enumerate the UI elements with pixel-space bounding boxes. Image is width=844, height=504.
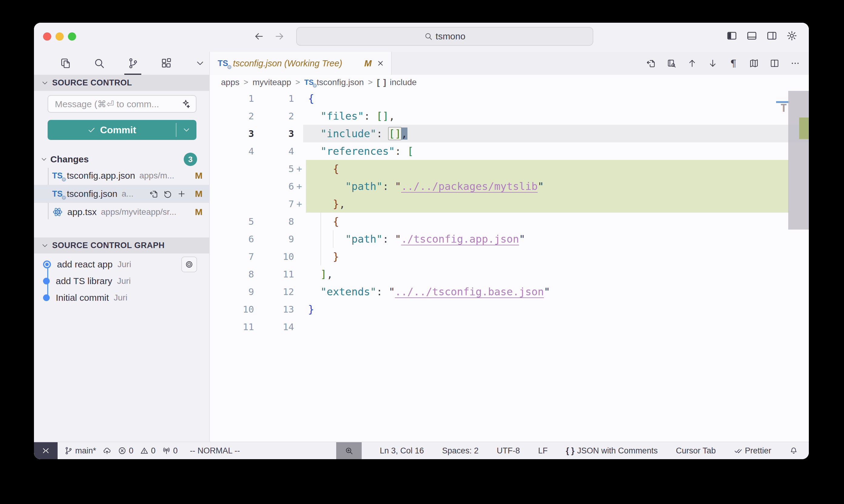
close-icon[interactable] <box>377 59 384 67</box>
stage-icon[interactable] <box>177 189 186 198</box>
map-icon[interactable] <box>748 57 760 70</box>
activity-item-extensions[interactable] <box>158 54 175 73</box>
code-editor[interactable]: 11{22 "files": [],33 "include": [],44 "r… <box>210 90 809 442</box>
ports-count[interactable]: 0 <box>162 446 178 455</box>
eol[interactable]: LF <box>538 446 548 455</box>
braces-icon: { } <box>566 446 574 455</box>
code-line[interactable]: 58 { <box>210 213 809 230</box>
commit-button[interactable]: Commit <box>48 120 196 140</box>
cursor-position[interactable]: Ln 3, Col 16 <box>380 446 424 455</box>
code-token: , <box>339 198 345 210</box>
zoom-indicator[interactable] <box>336 442 362 459</box>
breadcrumb-item-apps[interactable]: apps <box>221 77 240 87</box>
previous-change-icon[interactable] <box>686 57 698 70</box>
commit-row[interactable]: add TS libraryJuri <box>34 273 209 289</box>
warnings-count[interactable]: 0 <box>140 446 156 455</box>
language-mode[interactable]: { }JSON with Comments <box>566 446 657 455</box>
react-icon <box>52 206 63 217</box>
vim-mode[interactable]: -- NORMAL -- <box>190 446 240 455</box>
source-control-header[interactable]: SOURCE CONTROL <box>34 75 209 91</box>
activity-item-more-views[interactable] <box>191 54 209 73</box>
file-link[interactable]: ./tsconfig.app.json <box>401 233 519 245</box>
code-line[interactable]: 5+ { <box>210 160 809 178</box>
vertical-scrollbar[interactable] <box>788 91 809 230</box>
title-bar: tsmono <box>34 23 809 52</box>
command-center-search[interactable]: tsmono <box>296 27 593 46</box>
source-control-graph-header[interactable]: SOURCE CONTROL GRAPH <box>34 237 209 253</box>
activity-item-search[interactable] <box>90 54 108 73</box>
toggle-secondary-sidebar-icon[interactable] <box>766 29 778 43</box>
changed-file-row[interactable]: TS⚙tsconfig.app.jsonapps/m...M <box>34 167 209 185</box>
activity-item-explorer[interactable] <box>56 54 74 73</box>
commit-row[interactable]: add react appJuri <box>34 256 209 273</box>
settings-gear-icon[interactable] <box>786 29 798 43</box>
code-token <box>308 180 345 192</box>
cursor-tab[interactable]: Cursor Tab <box>676 446 716 455</box>
tab-tsconfig-working-tree[interactable]: TS⚙ tsconfig.json (Working Tree) M <box>210 52 392 75</box>
remote-indicator[interactable] <box>34 442 57 459</box>
goto-current-commit-button[interactable] <box>181 256 197 272</box>
code-token <box>308 286 321 298</box>
added-line-highlight <box>306 195 789 213</box>
publish-changes[interactable] <box>103 447 111 455</box>
back-arrow-icon[interactable] <box>253 30 265 43</box>
modified-badge: M <box>190 189 203 199</box>
code-line[interactable]: 22 "files": [], <box>210 107 809 125</box>
notifications-bell[interactable] <box>789 447 798 455</box>
code-line[interactable]: 69 "path": "./tsconfig.app.json" <box>210 230 809 248</box>
breadcrumb-label: include <box>390 77 417 87</box>
code-line[interactable]: 1114 <box>210 318 809 336</box>
discard-icon[interactable] <box>163 189 172 198</box>
code-line[interactable]: 11{ <box>210 90 809 107</box>
sparkle-icon[interactable] <box>181 99 190 109</box>
code-line[interactable]: 912 "extends": "../../tsconfig.base.json… <box>210 283 809 301</box>
toggle-panel-icon[interactable] <box>746 29 758 43</box>
commit-message-input[interactable]: Message (⌘⏎ to comm... <box>48 95 196 113</box>
code-line[interactable]: 33 "include": [], <box>210 125 809 142</box>
indentation[interactable]: Spaces: 2 <box>442 446 478 455</box>
commit-dropdown-button[interactable] <box>176 120 196 140</box>
toggle-primary-sidebar-icon[interactable] <box>726 29 738 43</box>
changed-file-row[interactable]: app.tsxapps/myviteapp/sr...M <box>34 203 209 221</box>
code-line[interactable]: 7+ }, <box>210 195 809 213</box>
close-window-button[interactable] <box>43 32 51 41</box>
render-whitespace-icon[interactable]: ¶ <box>728 57 739 70</box>
errors-count[interactable]: 0 <box>118 446 133 455</box>
breadcrumb-item-include[interactable]: [ ]include <box>377 77 416 87</box>
commit-row[interactable]: Initial commitJuri <box>34 289 209 306</box>
changed-file-row[interactable]: TS⚙tsconfig.jsona...M <box>34 185 209 203</box>
breadcrumb-item-myviteapp[interactable]: myviteapp <box>253 77 291 87</box>
changes-section-header[interactable]: Changes 3 <box>34 152 209 167</box>
next-change-icon[interactable] <box>707 57 719 70</box>
code-line[interactable]: 811 ], <box>210 265 809 283</box>
code-token: "files" <box>321 110 364 122</box>
maximize-window-button[interactable] <box>68 32 76 41</box>
code-token: { <box>308 92 314 105</box>
code-line[interactable]: 6+ "path": "../../packages/mytslib" <box>210 178 809 195</box>
encoding[interactable]: UTF-8 <box>497 446 520 455</box>
file-link[interactable]: ../../packages/mytslib <box>401 180 537 192</box>
code-token: { <box>333 163 339 175</box>
code-text: } <box>308 303 314 315</box>
forward-arrow-icon[interactable] <box>273 30 286 43</box>
formatter[interactable]: Prettier <box>734 446 771 455</box>
code-token: "include" <box>321 127 376 140</box>
code-line[interactable]: 710 } <box>210 248 809 265</box>
code-token <box>308 268 321 280</box>
minimize-window-button[interactable] <box>55 32 64 41</box>
old-line-number: 4 <box>210 146 254 157</box>
split-editor-icon[interactable] <box>769 57 780 70</box>
commit-dot <box>43 294 50 301</box>
branch-status[interactable]: main* <box>64 446 96 455</box>
code-line[interactable]: 44 "references": [ <box>210 142 809 160</box>
more-actions-icon[interactable] <box>789 57 801 70</box>
open-file-icon[interactable] <box>645 57 657 70</box>
activity-item-source-control[interactable] <box>124 54 142 73</box>
chevron-down-icon <box>195 59 205 68</box>
search-editor-icon[interactable] <box>666 57 677 70</box>
file-link[interactable]: ../../tsconfig.base.json <box>395 286 544 298</box>
tab-modified-badge: M <box>364 58 372 69</box>
breadcrumb-item-tsconfig.json[interactable]: TS⚙tsconfig.json <box>304 77 364 87</box>
open-file-icon[interactable] <box>149 189 158 198</box>
code-line[interactable]: 1013} <box>210 301 809 318</box>
